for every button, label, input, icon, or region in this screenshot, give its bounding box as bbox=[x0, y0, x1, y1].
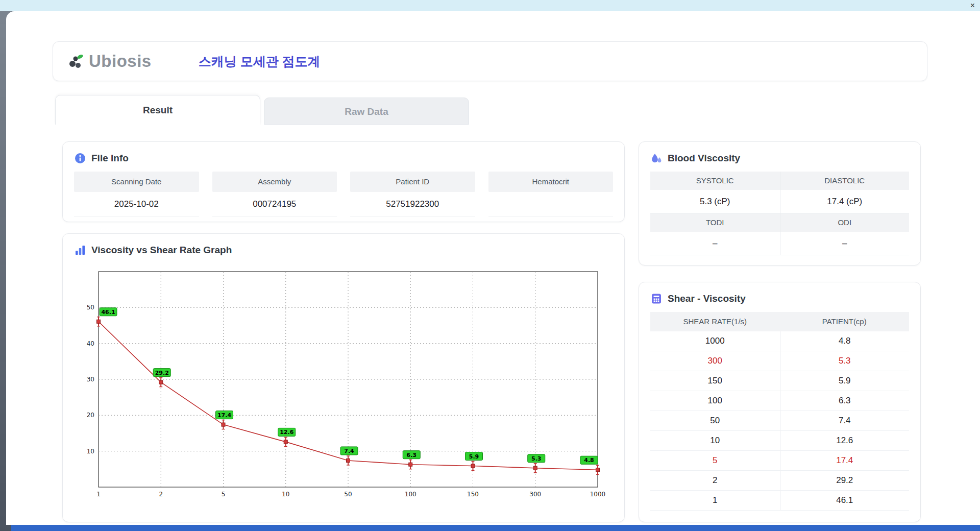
shear-viscosity-title: Shear - Viscosity bbox=[668, 293, 746, 304]
table-row: 300 5.3 bbox=[650, 351, 909, 371]
table-row: 1000 4.8 bbox=[650, 331, 909, 351]
taskbar-strip bbox=[11, 524, 980, 531]
shear-viscosity-card: Shear - Viscosity SHEAR RATE(1/s) PATIEN… bbox=[639, 282, 921, 522]
shear-rate-cell: 1000 bbox=[650, 331, 780, 351]
tab-bar: Result Raw Data bbox=[55, 95, 469, 125]
page-title: 스캐닝 모세관 점도계 bbox=[199, 53, 321, 70]
svg-text:150: 150 bbox=[467, 491, 479, 498]
col-shear-rate: SHEAR RATE(1/s) bbox=[650, 312, 780, 331]
calculator-icon bbox=[650, 293, 663, 305]
svg-text:2: 2 bbox=[159, 491, 163, 498]
svg-text:10: 10 bbox=[87, 448, 94, 455]
svg-text:17.4: 17.4 bbox=[217, 412, 231, 419]
svg-text:5.9: 5.9 bbox=[469, 453, 479, 460]
svg-text:40: 40 bbox=[87, 340, 94, 347]
bar-chart-icon bbox=[74, 244, 86, 256]
shear-viscosity-table: SHEAR RATE(1/s) PATIENT(cp) 1000 4.8 300… bbox=[650, 312, 909, 511]
graph-title: Viscosity vs Shear Rate Graph bbox=[91, 245, 232, 256]
tab-raw-data[interactable]: Raw Data bbox=[264, 98, 469, 125]
patient-viscosity-cell: 5.9 bbox=[780, 371, 910, 391]
svg-text:12.6: 12.6 bbox=[280, 429, 293, 436]
shear-rate-cell: 10 bbox=[650, 431, 780, 450]
file-info-fields: Scanning Date 2025-10-02 Assembly 000724… bbox=[74, 172, 613, 216]
patient-viscosity-cell: 29.2 bbox=[780, 471, 910, 490]
svg-text:1000: 1000 bbox=[590, 491, 606, 498]
field-value: 000724195 bbox=[212, 192, 337, 216]
todi-label: TODI bbox=[650, 213, 780, 232]
droplet-icon bbox=[650, 152, 663, 164]
diastolic-value: 17.4 (cP) bbox=[780, 190, 910, 213]
patient-viscosity-cell: 4.8 bbox=[780, 331, 910, 351]
field-assembly: Assembly 000724195 bbox=[212, 172, 337, 216]
shear-rate-cell: 1 bbox=[650, 491, 780, 510]
app-header: Ubiosis 스캐닝 모세관 점도계 bbox=[53, 41, 927, 81]
field-scanning-date: Scanning Date 2025-10-02 bbox=[74, 172, 199, 216]
brand-logo: Ubiosis bbox=[67, 52, 152, 71]
field-label: Hematocrit bbox=[488, 172, 614, 192]
svg-text:7.4: 7.4 bbox=[344, 448, 354, 454]
ubiosis-logo-icon bbox=[67, 53, 85, 70]
svg-text:5.3: 5.3 bbox=[531, 455, 542, 462]
shear-rate-cell: 300 bbox=[650, 351, 780, 371]
systolic-label: SYSTOLIC bbox=[650, 172, 780, 190]
patient-viscosity-cell: 6.3 bbox=[780, 391, 910, 411]
shear-table-body: 1000 4.8 300 5.3 150 5.9 100 6.3 50 7.4 … bbox=[650, 331, 909, 511]
field-patient-id: Patient ID 52751922300 bbox=[350, 172, 475, 216]
svg-text:6.3: 6.3 bbox=[407, 452, 417, 458]
svg-text:300: 300 bbox=[529, 491, 541, 498]
table-row: 2 29.2 bbox=[650, 471, 909, 491]
table-row: 1 46.1 bbox=[650, 491, 909, 511]
svg-text:1: 1 bbox=[96, 491, 101, 498]
blood-viscosity-grid: SYSTOLIC DIASTOLIC 5.3 (cP) 17.4 (cP) TO… bbox=[650, 172, 909, 255]
svg-text:30: 30 bbox=[87, 376, 94, 383]
field-label: Scanning Date bbox=[74, 172, 199, 192]
field-label: Assembly bbox=[212, 172, 337, 192]
shear-rate-cell: 150 bbox=[650, 371, 780, 391]
shear-rate-cell: 2 bbox=[650, 471, 780, 490]
diastolic-label: DIASTOLIC bbox=[780, 172, 910, 190]
patient-viscosity-cell: 5.3 bbox=[780, 351, 910, 371]
brand-name: Ubiosis bbox=[89, 52, 152, 71]
tab-result[interactable]: Result bbox=[55, 95, 260, 125]
todi-value: – bbox=[650, 232, 780, 255]
svg-text:29.2: 29.2 bbox=[155, 370, 169, 376]
file-info-title: File Info bbox=[91, 153, 129, 164]
table-row: 150 5.9 bbox=[650, 371, 909, 391]
svg-text:46.1: 46.1 bbox=[101, 309, 115, 316]
odi-label: ODI bbox=[780, 213, 910, 232]
blood-viscosity-title: Blood Viscosity bbox=[668, 153, 740, 164]
patient-viscosity-cell: 46.1 bbox=[780, 491, 910, 510]
odi-value: – bbox=[780, 232, 910, 255]
svg-text:100: 100 bbox=[405, 491, 416, 498]
viscosity-graph-card: Viscosity vs Shear Rate Graph 1020304050… bbox=[62, 233, 625, 522]
field-value: 2025-10-02 bbox=[74, 192, 199, 216]
table-row: 5 17.4 bbox=[650, 451, 909, 471]
table-row: 100 6.3 bbox=[650, 391, 909, 411]
table-header-row: SHEAR RATE(1/s) PATIENT(cp) bbox=[650, 312, 909, 331]
svg-text:20: 20 bbox=[87, 412, 94, 419]
svg-text:50: 50 bbox=[87, 304, 94, 311]
svg-text:4.8: 4.8 bbox=[584, 457, 594, 464]
shear-rate-cell: 5 bbox=[650, 451, 780, 470]
systolic-value: 5.3 (cP) bbox=[650, 190, 780, 213]
col-patient: PATIENT(cp) bbox=[780, 312, 910, 331]
table-row: 10 12.6 bbox=[650, 431, 909, 451]
svg-text:5: 5 bbox=[222, 491, 226, 498]
info-icon bbox=[74, 152, 86, 164]
field-value: 52751922300 bbox=[350, 192, 475, 216]
field-hematocrit: Hematocrit bbox=[488, 172, 614, 216]
shear-rate-cell: 50 bbox=[650, 411, 780, 430]
patient-viscosity-cell: 7.4 bbox=[780, 411, 910, 430]
file-info-card: File Info Scanning Date 2025-10-02 Assem… bbox=[62, 141, 625, 222]
title-bar bbox=[0, 0, 980, 11]
patient-viscosity-cell: 12.6 bbox=[780, 431, 910, 450]
viscosity-chart: 10203040501251050100150300100046.129.217… bbox=[77, 263, 610, 504]
field-value bbox=[488, 192, 614, 216]
patient-viscosity-cell: 17.4 bbox=[780, 451, 910, 470]
svg-text:50: 50 bbox=[344, 491, 352, 498]
close-icon[interactable]: × bbox=[970, 1, 975, 11]
blood-viscosity-card: Blood Viscosity SYSTOLIC DIASTOLIC 5.3 (… bbox=[639, 141, 921, 266]
field-label: Patient ID bbox=[350, 172, 475, 192]
app-window: Ubiosis 스캐닝 모세관 점도계 Result Raw Data File… bbox=[6, 11, 980, 525]
table-row: 50 7.4 bbox=[650, 411, 909, 431]
